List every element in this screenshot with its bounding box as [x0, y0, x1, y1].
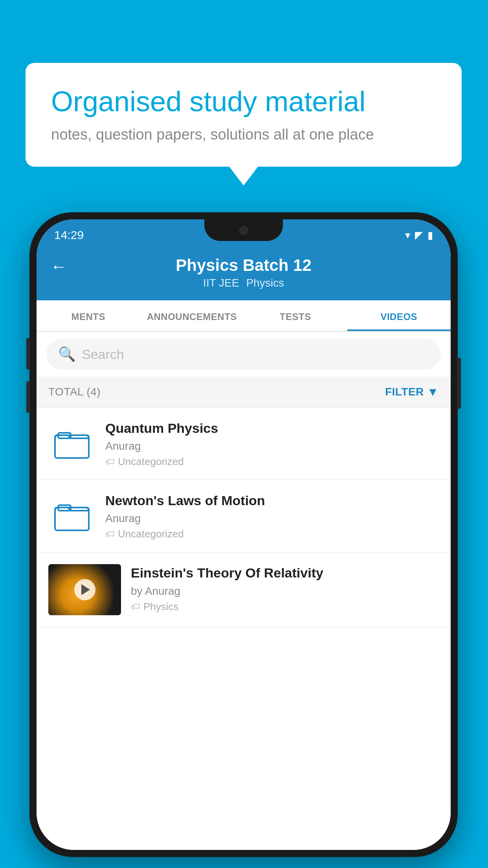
video-title-3: Einstein's Theory Of Relativity — [131, 564, 439, 581]
video-thumbnail-einstein — [48, 564, 121, 615]
speech-bubble: Organised study material notes, question… — [26, 63, 462, 167]
phone-camera — [239, 226, 248, 235]
tabs-bar: MENTS ANNOUNCEMENTS TESTS VIDEOS — [37, 300, 451, 332]
tab-announcements[interactable]: ANNOUNCEMENTS — [140, 300, 244, 331]
phone-container: 14:29 ▾ ◤ ▮ ← Physics Batch 12 IIT JEE P… — [29, 212, 458, 857]
tag-icon-2: 🏷 — [105, 529, 115, 540]
tab-ments[interactable]: MENTS — [37, 300, 140, 331]
video-thumbnail-2 — [48, 492, 95, 539]
video-tag-3: 🏷 Physics — [131, 601, 439, 613]
tag-label-2: Uncategorized — [118, 528, 184, 540]
header-subtitle: IIT JEE Physics — [203, 277, 284, 289]
play-button[interactable] — [74, 579, 95, 600]
filter-button[interactable]: FILTER ▼ — [385, 385, 439, 399]
video-title-2: Newton's Laws of Motion — [105, 492, 439, 509]
screen-content: 14:29 ▾ ◤ ▮ ← Physics Batch 12 IIT JEE P… — [37, 219, 451, 850]
tag-icon-3: 🏷 — [131, 601, 140, 612]
video-info-1: Quantum Physics Anurag 🏷 Uncategorized — [105, 419, 439, 468]
video-info-2: Newton's Laws of Motion Anurag 🏷 Uncateg… — [105, 492, 439, 540]
video-author-2: Anurag — [105, 512, 439, 525]
speech-bubble-container: Organised study material notes, question… — [26, 63, 462, 167]
video-author-3: by Anurag — [131, 585, 439, 598]
tab-tests[interactable]: TESTS — [244, 300, 347, 331]
header-subtitle-part2: Physics — [246, 277, 284, 289]
list-item[interactable]: Quantum Physics Anurag 🏷 Uncategorized — [37, 408, 451, 480]
status-icons: ▾ ◤ ▮ — [405, 229, 433, 241]
folder-icon-2 — [54, 498, 90, 533]
video-list: Quantum Physics Anurag 🏷 Uncategorized — [37, 408, 451, 850]
side-button-left-bottom — [26, 381, 30, 413]
play-triangle-icon — [81, 584, 90, 595]
search-container: 🔍 Search — [37, 332, 451, 377]
folder-icon-1 — [54, 425, 90, 461]
tab-videos[interactable]: VIDEOS — [347, 300, 451, 331]
app-header: ← Physics Batch 12 IIT JEE Physics — [37, 246, 451, 300]
filter-funnel-icon: ▼ — [427, 385, 439, 399]
phone-outer: 14:29 ▾ ◤ ▮ ← Physics Batch 12 IIT JEE P… — [29, 212, 458, 857]
phone-notch — [204, 219, 283, 241]
back-button[interactable]: ← — [50, 257, 67, 276]
video-author-1: Anurag — [105, 440, 439, 452]
search-icon: 🔍 — [58, 346, 76, 362]
header-subtitle-part1: IIT JEE — [203, 277, 239, 289]
header-title: Physics Batch 12 — [176, 256, 312, 275]
total-label: TOTAL (4) — [48, 386, 101, 398]
signal-icon: ◤ — [415, 229, 423, 241]
list-item[interactable]: Einstein's Theory Of Relativity by Anura… — [37, 552, 451, 627]
side-button-right — [457, 358, 461, 409]
tag-icon-1: 🏷 — [105, 456, 115, 467]
speech-bubble-title: Organised study material — [51, 85, 436, 118]
video-tag-1: 🏷 Uncategorized — [105, 456, 439, 468]
video-info-3: Einstein's Theory Of Relativity by Anura… — [131, 564, 439, 612]
video-tag-2: 🏷 Uncategorized — [105, 528, 439, 540]
video-thumbnail-1 — [48, 419, 95, 467]
speech-bubble-subtitle: notes, question papers, solutions all at… — [51, 126, 436, 143]
tag-label-3: Physics — [143, 601, 179, 613]
list-item[interactable]: Newton's Laws of Motion Anurag 🏷 Uncateg… — [37, 480, 451, 552]
side-button-left-top — [26, 338, 30, 370]
status-time: 14:29 — [54, 228, 84, 242]
battery-icon: ▮ — [427, 229, 433, 241]
video-title-1: Quantum Physics — [105, 419, 439, 437]
search-bar[interactable]: 🔍 Search — [46, 339, 441, 370]
search-placeholder: Search — [82, 347, 124, 362]
filter-label: FILTER — [385, 386, 424, 398]
wifi-icon: ▾ — [405, 229, 410, 241]
phone-screen: 14:29 ▾ ◤ ▮ ← Physics Batch 12 IIT JEE P… — [37, 219, 451, 850]
tag-label-1: Uncategorized — [118, 456, 184, 468]
filter-row: TOTAL (4) FILTER ▼ — [37, 377, 451, 408]
